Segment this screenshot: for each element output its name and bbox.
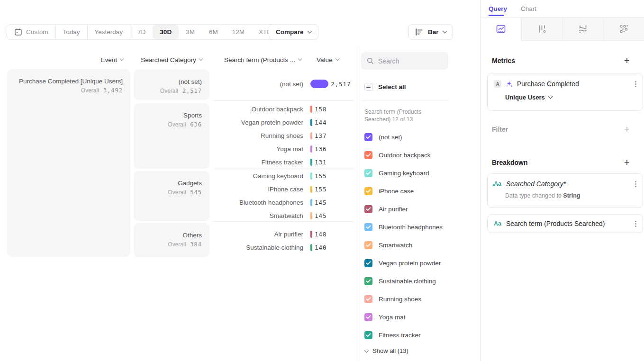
legend-item-outdoor-backpack[interactable]: Outdoor backpack: [364, 151, 476, 159]
date-range-yesterday[interactable]: Yesterday: [88, 25, 130, 39]
category-overall: Overall2,517: [141, 88, 202, 94]
add-metric-button[interactable]: +: [624, 56, 630, 65]
legend-label: Running shoes: [379, 296, 421, 303]
funnels-icon: [537, 24, 547, 34]
legend-search-input[interactable]: Search: [361, 52, 448, 70]
date-range-7d[interactable]: 7D: [130, 25, 153, 39]
date-range-3m[interactable]: 3M: [179, 25, 202, 39]
group-separator: [213, 169, 354, 169]
value-cell: 155: [310, 172, 327, 180]
value-cell: 131: [310, 159, 327, 166]
legend-item-bluetooth-headphones[interactable]: Bluetooth headphones: [364, 223, 476, 231]
column-header-event[interactable]: Event: [47, 55, 123, 64]
overall-value: 384: [190, 241, 202, 248]
add-breakdown-button[interactable]: +: [624, 158, 630, 167]
chart-type-label: Bar: [428, 28, 439, 36]
legend-item-vegan-protein-powder[interactable]: Vegan protein powder: [364, 259, 476, 267]
search-term-label: iPhone case: [213, 186, 303, 193]
checkbox-sustainable-clothing[interactable]: [364, 277, 372, 285]
category-name: Sports: [141, 111, 202, 120]
date-range-12m[interactable]: 12M: [225, 25, 252, 39]
breakdown-menu-icon[interactable]: [635, 183, 636, 185]
search-term-label: Sustainable clothing: [213, 244, 303, 251]
date-range-custom[interactable]: Custom: [7, 25, 55, 39]
breakdown-card-search-term[interactable]: Aa Search term (Products Searched): [487, 214, 643, 233]
breakdown-card-searched-category[interactable]: Aa* Searched Category* Data type changed…: [487, 173, 643, 208]
value-bar: [310, 172, 312, 180]
select-all-checkbox[interactable]: [364, 83, 372, 91]
tab-query[interactable]: Query: [489, 5, 507, 12]
select-all-control[interactable]: Select all: [364, 83, 406, 91]
tab-funnels[interactable]: [521, 18, 562, 41]
column-header-value[interactable]: Value: [317, 55, 354, 64]
value-bar: [310, 159, 312, 166]
tab-chart[interactable]: Chart: [521, 5, 536, 12]
group-separator: [213, 221, 354, 222]
value-bar: [310, 244, 312, 251]
show-all-button[interactable]: Show all (13): [365, 347, 408, 354]
chevron-down-icon: [307, 29, 312, 34]
checkbox-air-purifier[interactable]: [364, 205, 372, 213]
breakdown-title: Searched Category*: [506, 180, 631, 188]
value-bar: [310, 119, 312, 126]
metric-card[interactable]: A Purchase Completed Unique Users: [487, 73, 643, 111]
checkbox-gaming-keyboard[interactable]: [364, 169, 372, 177]
value-bar: [310, 231, 312, 238]
chevron-down-icon: [364, 348, 369, 353]
add-filter-button[interactable]: +: [624, 125, 630, 134]
chevron-down-icon: [548, 94, 553, 99]
column-header-search-term[interactable]: Search term (Products ...: [204, 55, 301, 64]
checkbox-outdoor-backpack[interactable]: [364, 151, 372, 159]
checkbox-not-set[interactable]: [364, 133, 372, 141]
check-icon: [366, 171, 371, 175]
metric-measure-select[interactable]: Unique Users: [488, 94, 643, 101]
checkbox-bluetooth-headphones[interactable]: [364, 223, 372, 231]
value-number: 145: [315, 212, 327, 219]
value-cell: 155: [310, 186, 327, 193]
search-term-label: Vegan protein powder: [213, 119, 303, 126]
overall-label: Overall: [160, 88, 178, 94]
filter-heading: Filter: [492, 126, 508, 133]
date-range-label: 30D: [160, 28, 172, 36]
table-row-air-purifier: Air purifier148: [213, 227, 354, 241]
legend-item-gaming-keyboard[interactable]: Gaming keyboard: [364, 169, 476, 177]
chart-type-select[interactable]: Bar: [408, 24, 453, 40]
compare-button[interactable]: Compare: [269, 24, 318, 40]
legend-item-yoga-mat[interactable]: Yoga mat: [364, 313, 476, 321]
breakdown-title: Search term (Products Searched): [506, 220, 631, 227]
checkbox-running-shoes[interactable]: [364, 295, 372, 303]
legend-item-sustainable-clothing[interactable]: Sustainable clothing: [364, 277, 476, 285]
legend-label: Yoga mat: [379, 314, 406, 321]
value-bar: [310, 145, 312, 153]
checkbox-iphone-case[interactable]: [364, 187, 372, 195]
column-header-searched-category[interactable]: Searched Category: [134, 55, 209, 64]
value-bar: [310, 132, 312, 139]
legend-item-iphone-case[interactable]: iPhone case: [364, 187, 476, 195]
legend-item-not-set[interactable]: (not set): [364, 133, 476, 141]
category-cell: GadgetsOverall545: [134, 171, 209, 221]
legend-item-air-purifier[interactable]: Air purifier: [364, 205, 476, 213]
value-number: 158: [315, 106, 327, 113]
legend-item-running-shoes[interactable]: Running shoes: [364, 295, 476, 303]
category-overall: Overall636: [141, 121, 202, 128]
legend-item-smartwatch[interactable]: Smartwatch: [364, 241, 476, 249]
active-tab-underline: [489, 15, 504, 16]
checkbox-fitness-tracker[interactable]: [364, 331, 372, 339]
date-range-6m[interactable]: 6M: [202, 25, 225, 39]
tab-flows[interactable]: [562, 18, 603, 41]
metric-menu-icon[interactable]: [635, 83, 636, 85]
bar-chart-icon: [415, 28, 424, 36]
event-cell: Purchase Completed [Unique Users] Overal…: [7, 69, 130, 257]
legend-label: Air purifier: [379, 206, 408, 213]
date-range-30d[interactable]: 30D: [153, 25, 179, 39]
legend-item-fitness-tracker[interactable]: Fitness tracker: [364, 331, 476, 339]
checkbox-vegan-protein-powder[interactable]: [364, 259, 372, 267]
search-term-label: Bluetooth headphones: [213, 199, 303, 206]
tab-insights[interactable]: [481, 18, 521, 41]
date-range-today[interactable]: Today: [56, 25, 87, 39]
breakdown-menu-icon[interactable]: [635, 223, 636, 225]
checkbox-yoga-mat[interactable]: [364, 313, 372, 321]
chevron-down-icon: [199, 57, 202, 61]
checkbox-smartwatch[interactable]: [364, 241, 372, 249]
tab-retention[interactable]: [603, 18, 644, 41]
